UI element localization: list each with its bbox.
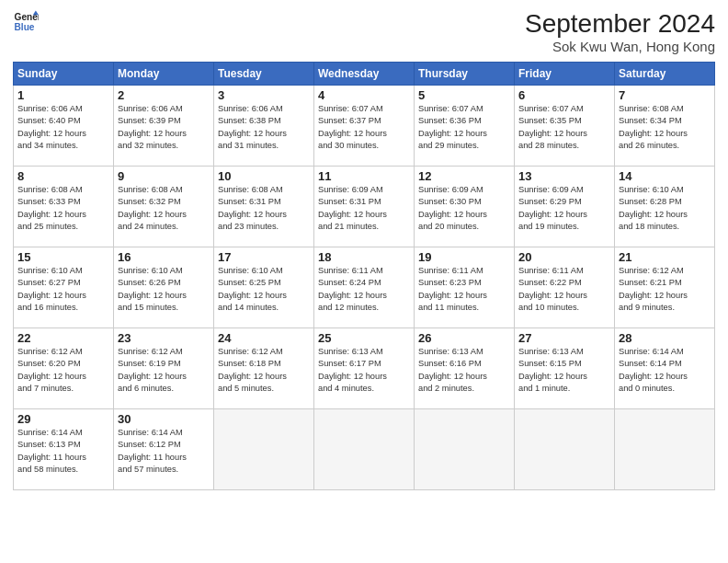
day-number: 11: [318, 169, 410, 183]
table-row: 17Sunrise: 6:10 AMSunset: 6:25 PMDayligh…: [214, 247, 314, 328]
day-info: Sunrise: 6:06 AMSunset: 6:39 PMDaylight:…: [118, 103, 210, 153]
calendar-row: 29Sunrise: 6:14 AMSunset: 6:13 PMDayligh…: [14, 409, 715, 490]
table-row: 8Sunrise: 6:08 AMSunset: 6:33 PMDaylight…: [14, 167, 114, 247]
day-info: Sunrise: 6:06 AMSunset: 6:38 PMDaylight:…: [218, 103, 310, 153]
day-number: 10: [218, 169, 310, 183]
table-row: 6Sunrise: 6:07 AMSunset: 6:35 PMDaylight…: [515, 86, 615, 167]
day-number: 26: [418, 331, 510, 345]
day-info: Sunrise: 6:09 AMSunset: 6:31 PMDaylight:…: [318, 184, 410, 234]
day-info: Sunrise: 6:08 AMSunset: 6:34 PMDaylight:…: [619, 103, 711, 153]
day-info: Sunrise: 6:11 AMSunset: 6:23 PMDaylight:…: [418, 265, 510, 315]
table-row: 4Sunrise: 6:07 AMSunset: 6:37 PMDaylight…: [314, 86, 415, 167]
day-info: Sunrise: 6:07 AMSunset: 6:35 PMDaylight:…: [518, 103, 610, 153]
header: General Blue September 2024 Sok Kwu Wan,…: [13, 9, 715, 54]
day-info: Sunrise: 6:11 AMSunset: 6:24 PMDaylight:…: [318, 265, 410, 315]
day-number: 24: [218, 331, 310, 345]
day-number: 13: [518, 169, 610, 183]
table-row: 18Sunrise: 6:11 AMSunset: 6:24 PMDayligh…: [314, 247, 415, 328]
day-number: 6: [518, 88, 610, 102]
calendar-table: Sunday Monday Tuesday Wednesday Thursday…: [13, 62, 715, 490]
table-row: 26Sunrise: 6:13 AMSunset: 6:16 PMDayligh…: [415, 328, 515, 409]
day-info: Sunrise: 6:06 AMSunset: 6:40 PMDaylight:…: [17, 103, 109, 153]
day-number: 29: [17, 412, 109, 426]
svg-text:Blue: Blue: [15, 22, 35, 32]
table-row: 27Sunrise: 6:13 AMSunset: 6:15 PMDayligh…: [515, 328, 615, 409]
table-row: 10Sunrise: 6:08 AMSunset: 6:31 PMDayligh…: [214, 167, 314, 247]
day-info: Sunrise: 6:10 AMSunset: 6:28 PMDaylight:…: [619, 184, 711, 234]
table-row: 23Sunrise: 6:12 AMSunset: 6:19 PMDayligh…: [114, 328, 214, 409]
day-number: 20: [518, 250, 610, 264]
day-number: 7: [619, 88, 711, 102]
table-row: [615, 409, 715, 490]
col-tuesday: Tuesday: [214, 63, 314, 86]
day-info: Sunrise: 6:08 AMSunset: 6:31 PMDaylight:…: [218, 184, 310, 234]
col-saturday: Saturday: [615, 63, 715, 86]
day-number: 16: [118, 250, 210, 264]
day-info: Sunrise: 6:07 AMSunset: 6:36 PMDaylight:…: [418, 103, 510, 153]
day-info: Sunrise: 6:12 AMSunset: 6:20 PMDaylight:…: [17, 346, 109, 396]
day-number: 27: [518, 331, 610, 345]
col-wednesday: Wednesday: [314, 63, 415, 86]
logo-icon: General Blue: [13, 9, 39, 35]
table-row: 29Sunrise: 6:14 AMSunset: 6:13 PMDayligh…: [14, 409, 114, 490]
day-info: Sunrise: 6:12 AMSunset: 6:18 PMDaylight:…: [218, 346, 310, 396]
day-number: 9: [118, 169, 210, 183]
table-row: 13Sunrise: 6:09 AMSunset: 6:29 PMDayligh…: [515, 167, 615, 247]
col-friday: Friday: [515, 63, 615, 86]
day-info: Sunrise: 6:12 AMSunset: 6:19 PMDaylight:…: [118, 346, 210, 396]
day-info: Sunrise: 6:12 AMSunset: 6:21 PMDaylight:…: [619, 265, 711, 315]
day-info: Sunrise: 6:08 AMSunset: 6:32 PMDaylight:…: [118, 184, 210, 234]
table-row: 21Sunrise: 6:12 AMSunset: 6:21 PMDayligh…: [615, 247, 715, 328]
table-row: 14Sunrise: 6:10 AMSunset: 6:28 PMDayligh…: [615, 167, 715, 247]
day-number: 1: [17, 88, 109, 102]
title-block: September 2024 Sok Kwu Wan, Hong Kong: [525, 9, 715, 54]
day-number: 5: [418, 88, 510, 102]
day-info: Sunrise: 6:14 AMSunset: 6:13 PMDaylight:…: [17, 427, 109, 477]
table-row: 25Sunrise: 6:13 AMSunset: 6:17 PMDayligh…: [314, 328, 415, 409]
day-number: 19: [418, 250, 510, 264]
day-number: 12: [418, 169, 510, 183]
table-row: 28Sunrise: 6:14 AMSunset: 6:14 PMDayligh…: [615, 328, 715, 409]
table-row: [515, 409, 615, 490]
table-row: 16Sunrise: 6:10 AMSunset: 6:26 PMDayligh…: [114, 247, 214, 328]
day-number: 28: [619, 331, 711, 345]
calendar-row: 22Sunrise: 6:12 AMSunset: 6:20 PMDayligh…: [14, 328, 715, 409]
day-info: Sunrise: 6:14 AMSunset: 6:14 PMDaylight:…: [619, 346, 711, 396]
col-sunday: Sunday: [14, 63, 114, 86]
table-row: 9Sunrise: 6:08 AMSunset: 6:32 PMDaylight…: [114, 167, 214, 247]
calendar-row: 1Sunrise: 6:06 AMSunset: 6:40 PMDaylight…: [14, 86, 715, 167]
day-number: 15: [17, 250, 109, 264]
table-row: 20Sunrise: 6:11 AMSunset: 6:22 PMDayligh…: [515, 247, 615, 328]
day-number: 2: [118, 88, 210, 102]
table-row: 19Sunrise: 6:11 AMSunset: 6:23 PMDayligh…: [415, 247, 515, 328]
calendar-row: 8Sunrise: 6:08 AMSunset: 6:33 PMDaylight…: [14, 167, 715, 247]
table-row: 22Sunrise: 6:12 AMSunset: 6:20 PMDayligh…: [14, 328, 114, 409]
table-row: 15Sunrise: 6:10 AMSunset: 6:27 PMDayligh…: [14, 247, 114, 328]
day-number: 22: [17, 331, 109, 345]
calendar-subtitle: Sok Kwu Wan, Hong Kong: [525, 39, 715, 54]
day-number: 18: [318, 250, 410, 264]
day-info: Sunrise: 6:14 AMSunset: 6:12 PMDaylight:…: [118, 427, 210, 477]
table-row: [314, 409, 415, 490]
col-monday: Monday: [114, 63, 214, 86]
day-number: 8: [17, 169, 109, 183]
calendar-header-row: Sunday Monday Tuesday Wednesday Thursday…: [14, 63, 715, 86]
table-row: 24Sunrise: 6:12 AMSunset: 6:18 PMDayligh…: [214, 328, 314, 409]
day-number: 25: [318, 331, 410, 345]
day-number: 21: [619, 250, 711, 264]
table-row: [415, 409, 515, 490]
day-number: 23: [118, 331, 210, 345]
day-info: Sunrise: 6:11 AMSunset: 6:22 PMDaylight:…: [518, 265, 610, 315]
table-row: [214, 409, 314, 490]
table-row: 12Sunrise: 6:09 AMSunset: 6:30 PMDayligh…: [415, 167, 515, 247]
day-info: Sunrise: 6:13 AMSunset: 6:15 PMDaylight:…: [518, 346, 610, 396]
table-row: 5Sunrise: 6:07 AMSunset: 6:36 PMDaylight…: [415, 86, 515, 167]
day-info: Sunrise: 6:09 AMSunset: 6:30 PMDaylight:…: [418, 184, 510, 234]
table-row: 1Sunrise: 6:06 AMSunset: 6:40 PMDaylight…: [14, 86, 114, 167]
day-info: Sunrise: 6:10 AMSunset: 6:26 PMDaylight:…: [118, 265, 210, 315]
day-info: Sunrise: 6:13 AMSunset: 6:17 PMDaylight:…: [318, 346, 410, 396]
day-info: Sunrise: 6:07 AMSunset: 6:37 PMDaylight:…: [318, 103, 410, 153]
table-row: 30Sunrise: 6:14 AMSunset: 6:12 PMDayligh…: [114, 409, 214, 490]
logo: General Blue: [13, 9, 39, 35]
day-info: Sunrise: 6:10 AMSunset: 6:25 PMDaylight:…: [218, 265, 310, 315]
